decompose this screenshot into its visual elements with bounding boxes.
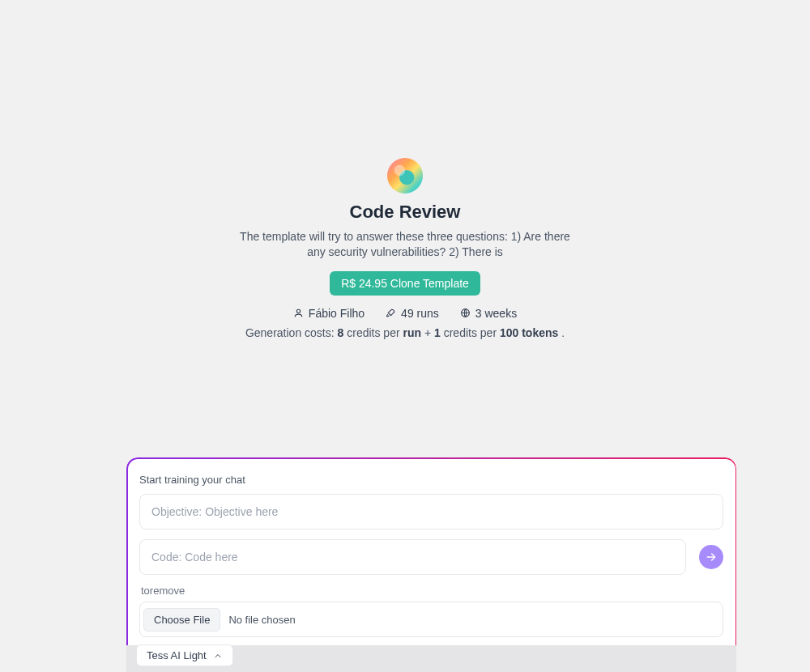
template-title: Code Review (0, 202, 810, 223)
template-header: Code Review The template will try to ans… (0, 158, 810, 339)
template-avatar (387, 158, 423, 194)
chevron-up-icon (213, 651, 223, 661)
meta-author: Fábio Filho (293, 307, 364, 320)
generation-costs: Generation costs: 8 credits per run + 1 … (0, 326, 810, 339)
rocket-icon (386, 308, 396, 318)
clone-template-button[interactable]: R$ 24.95 Clone Template (330, 271, 480, 296)
send-button[interactable] (699, 545, 723, 569)
user-icon (293, 308, 304, 318)
costs-suffix: . (558, 326, 565, 339)
author-name: Fábio Filho (309, 307, 364, 320)
chat-panel: Start training your chat toremove Choose… (126, 457, 736, 672)
toremove-label: toremove (141, 585, 723, 597)
meta-age: 3 weeks (460, 307, 517, 320)
costs-run-word: run (403, 326, 421, 339)
model-selector[interactable]: Tess AI Light (136, 644, 233, 666)
file-row: Choose File No file chosen (139, 602, 723, 637)
created-age: 3 weeks (475, 307, 517, 320)
template-meta-row: Fábio Filho 49 runs 3 weeks (0, 307, 810, 320)
globe-icon (460, 308, 471, 318)
costs-mid2: + (421, 326, 434, 339)
choose-file-button[interactable]: Choose File (143, 608, 220, 632)
costs-mid3: credits per (441, 326, 500, 339)
svg-point-0 (296, 309, 300, 313)
model-name: Tess AI Light (147, 649, 207, 661)
runs-count: 49 runs (401, 307, 439, 320)
costs-prefix: Generation costs: (245, 326, 338, 339)
template-description: The template will try to answer these th… (235, 229, 575, 260)
arrow-right-icon (705, 551, 718, 564)
meta-runs: 49 runs (386, 307, 439, 320)
costs-credits-tokens: 1 (434, 326, 441, 339)
objective-input[interactable] (139, 494, 723, 530)
costs-tokens-word: 100 tokens (500, 326, 558, 339)
code-input[interactable] (139, 539, 686, 575)
chat-panel-header: Start training your chat (139, 474, 723, 486)
costs-mid1: credits per (343, 326, 403, 339)
code-row (139, 539, 723, 575)
objective-row (139, 494, 723, 530)
file-status: No file chosen (228, 614, 295, 626)
